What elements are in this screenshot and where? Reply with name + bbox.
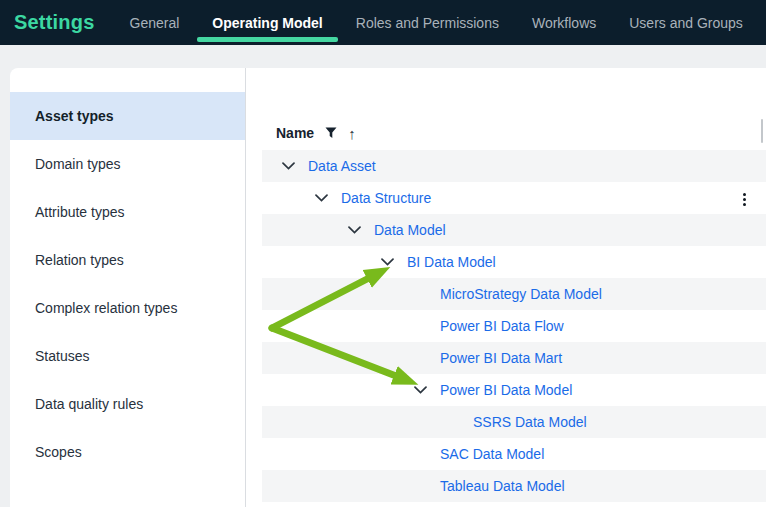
- settings-tab-bar: GeneralOperating ModelRoles and Permissi…: [130, 0, 743, 45]
- sort-ascending-icon[interactable]: ↑: [348, 126, 356, 141]
- asset-type-link[interactable]: Power BI Data Mart: [440, 350, 562, 366]
- scrollbar-thumb[interactable]: [761, 119, 763, 143]
- table-row-power-bi-data-model: Power BI Data Model: [262, 374, 766, 406]
- tab-roles-and-permissions[interactable]: Roles and Permissions: [356, 0, 499, 45]
- table-row-data-structure: Data Structure: [262, 182, 766, 214]
- table-row-data-asset: Data Asset: [262, 150, 766, 182]
- table-row-sac-data-model: SAC Data Model: [262, 438, 766, 470]
- asset-type-link[interactable]: Data Model: [374, 222, 446, 238]
- chevron-down-icon[interactable]: [381, 258, 394, 266]
- settings-sidebar: Asset typesDomain typesAttribute typesRe…: [10, 68, 246, 507]
- asset-type-link[interactable]: Power BI Data Model: [440, 382, 572, 398]
- chevron-down-icon[interactable]: [282, 162, 295, 170]
- sidebar-item-domain-types[interactable]: Domain types: [10, 140, 245, 188]
- sidebar-item-scopes[interactable]: Scopes: [10, 428, 245, 476]
- chevron-down-icon[interactable]: [315, 194, 328, 202]
- asset-type-link[interactable]: SSRS Data Model: [473, 414, 587, 430]
- sidebar-item-statuses[interactable]: Statuses: [10, 332, 245, 380]
- sidebar-item-data-quality-rules[interactable]: Data quality rules: [10, 380, 245, 428]
- asset-type-link[interactable]: Data Asset: [308, 158, 376, 174]
- name-column-label[interactable]: Name: [276, 125, 314, 141]
- name-column-header: Name ↑: [276, 118, 356, 148]
- content-panels: Asset typesDomain typesAttribute typesRe…: [10, 68, 766, 507]
- tab-general[interactable]: General: [130, 0, 180, 45]
- asset-type-link[interactable]: Power BI Data Flow: [440, 318, 564, 334]
- top-header: Settings GeneralOperating ModelRoles and…: [0, 0, 766, 45]
- table-row-power-bi-data-mart: Power BI Data Mart: [262, 342, 766, 374]
- asset-type-tree: Data Asset Data Structure Data Model BI …: [262, 150, 766, 502]
- asset-type-link[interactable]: SAC Data Model: [440, 446, 544, 462]
- sidebar-item-complex-relation-types[interactable]: Complex relation types: [10, 284, 245, 332]
- sidebar-item-relation-types[interactable]: Relation types: [10, 236, 245, 284]
- asset-types-table: Name ↑ Data Asset Data Structure Data Mo…: [246, 68, 766, 507]
- table-row-bi-data-model: BI Data Model: [262, 246, 766, 278]
- filter-icon[interactable]: [325, 127, 337, 139]
- chevron-down-icon[interactable]: [414, 386, 427, 394]
- table-row-ssrs-data-model: SSRS Data Model: [262, 406, 766, 438]
- chevron-down-icon[interactable]: [348, 226, 361, 234]
- asset-type-link[interactable]: BI Data Model: [407, 254, 496, 270]
- table-row-power-bi-data-flow: Power BI Data Flow: [262, 310, 766, 342]
- sidebar-item-asset-types[interactable]: Asset types: [10, 92, 245, 140]
- tab-users-and-groups[interactable]: Users and Groups: [629, 0, 743, 45]
- tab-workflows[interactable]: Workflows: [532, 0, 596, 45]
- table-row-microstrategy-data-model: MicroStrategy Data Model: [262, 278, 766, 310]
- table-row-tableau-data-model: Tableau Data Model: [262, 470, 766, 502]
- settings-title: Settings: [14, 11, 95, 34]
- table-row-data-model: Data Model: [262, 214, 766, 246]
- sidebar-item-attribute-types[interactable]: Attribute types: [10, 188, 245, 236]
- asset-type-link[interactable]: MicroStrategy Data Model: [440, 286, 602, 302]
- asset-type-link[interactable]: Data Structure: [341, 190, 431, 206]
- tab-operating-model[interactable]: Operating Model: [197, 0, 337, 45]
- asset-type-link[interactable]: Tableau Data Model: [440, 478, 565, 494]
